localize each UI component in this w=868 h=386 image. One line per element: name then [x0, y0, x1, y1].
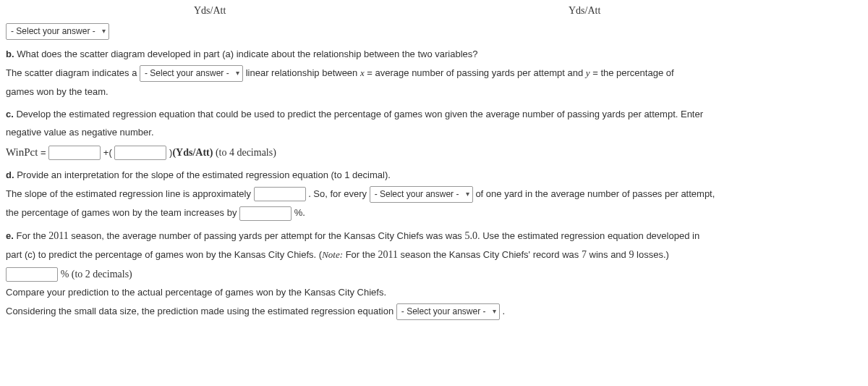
part-d-prompt: Provide an interpretation for the slope … [14, 169, 391, 180]
slope-input[interactable] [254, 187, 306, 201]
axis-label-left: Yds/Att [194, 3, 226, 19]
note-label: Note: [322, 249, 343, 260]
part-b-text-3: = average number of passing yards per at… [365, 67, 586, 78]
part-d-label: d. [6, 169, 14, 180]
select-answer-e[interactable]: - Select your answer - ▾ [396, 303, 500, 320]
wins-word: wins and [587, 249, 629, 260]
part-b-text-1: The scatter diagram indicates a [6, 67, 140, 78]
axis-label-right: Yds/Att [569, 3, 600, 19]
part-d-text-5: %. [294, 207, 305, 218]
part-e-text-5: For the [343, 249, 378, 260]
part-e-closing-pre: Considering the small data size, the pre… [6, 306, 396, 316]
year-2011-b: 2011 [378, 249, 397, 260]
plus-open-paren: +( [103, 147, 112, 158]
part-e-text-1: For the [14, 230, 48, 241]
year-2011-a: 2011 [48, 230, 68, 241]
part-c-label: c. [6, 109, 14, 119]
part-e-text-3: . Use the estimated regression equation … [477, 230, 699, 241]
equals-sign: = [38, 147, 48, 158]
chevron-down-icon: ▾ [466, 188, 469, 200]
select-label: - Select your answer - [375, 189, 459, 199]
part-d-text-4: the percentage of games won by the team … [6, 207, 239, 218]
part-b-text-4: = the percentage of [590, 67, 674, 78]
chevron-down-icon: ▾ [493, 306, 496, 317]
part-d-text-3: of one yard in the average number of pas… [475, 188, 715, 199]
part-b-label: b. [6, 49, 14, 59]
select-answer-top[interactable]: - Select your answer - ▾ [6, 23, 109, 40]
select-label: - Select your answer - [145, 68, 229, 78]
part-b-text-2: linear relationship between [246, 67, 360, 78]
part-c-prompt-2: negative value as negative number. [6, 127, 154, 138]
pct-precision-note: % (to 2 decimals) [61, 269, 132, 280]
part-e-closing-post: . [503, 306, 506, 316]
predicted-pct-input[interactable] [6, 267, 58, 282]
winpct-lhs: WinPct [6, 146, 38, 158]
wins-7: 7 [582, 249, 587, 260]
b0-input[interactable] [48, 146, 101, 160]
precision-note-c: (to 4 decimals) [213, 147, 276, 158]
part-d-text-1: The slope of the estimated regression li… [6, 188, 254, 199]
part-e-label: e. [6, 230, 14, 241]
value-5-0: 5.0 [464, 230, 477, 241]
b1-input[interactable] [114, 146, 166, 160]
increase-input[interactable] [239, 206, 292, 221]
select-label: - Select your answer - [401, 306, 486, 316]
part-e-text-6: season the Kansas City Chiefs' record wa… [398, 249, 582, 260]
question-container: Yds/Att Yds/Att - Select your answer - ▾… [0, 0, 868, 337]
select-answer-d[interactable]: - Select your answer - ▾ [370, 186, 473, 203]
part-e-text-7: losses.) [634, 249, 668, 260]
select-answer-b[interactable]: - Select your answer - ▾ [140, 65, 243, 82]
yds-att-term: (Yds/Att) [172, 147, 213, 158]
part-b-prompt: What does the scatter diagram developed … [14, 49, 478, 59]
chevron-down-icon: ▾ [236, 67, 239, 79]
part-d-text-2: . So, for every [308, 188, 370, 199]
part-e-text-4: part (c) to predict the percentage of ga… [6, 249, 322, 260]
part-e-compare: Compare your prediction to the actual pe… [6, 287, 386, 298]
select-label: - Select your answer - [11, 26, 95, 36]
part-c-prompt-1: Develop the estimated regression equatio… [14, 109, 703, 119]
part-e-text-2: season, the average number of passing ya… [69, 230, 465, 241]
axis-label-row: Yds/Att Yds/Att [6, 1, 862, 17]
part-b-text-5: games won by the team. [6, 86, 109, 97]
chevron-down-icon: ▾ [102, 25, 106, 37]
